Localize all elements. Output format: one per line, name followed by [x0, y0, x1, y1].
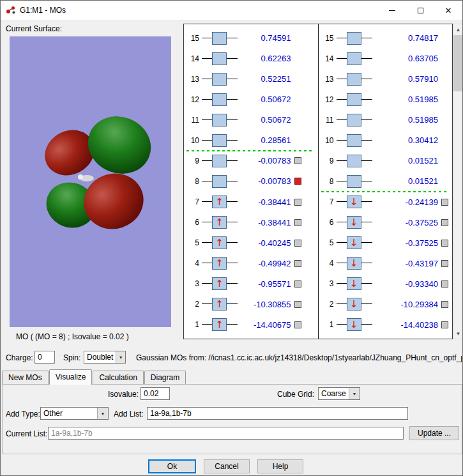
mo-level-box[interactable] — [347, 114, 361, 127]
chevron-down-icon[interactable]: ▼ — [116, 351, 125, 363]
mo-energy-value: -14.40238 — [372, 320, 439, 330]
mo-level-box[interactable] — [212, 93, 227, 106]
tab-visualize[interactable]: Visualize — [49, 369, 93, 385]
scroll-up-icon[interactable]: ▲ — [453, 24, 463, 35]
mo-level-box[interactable]: ↑ — [212, 216, 227, 229]
tab-new-mos[interactable]: New MOs — [2, 371, 49, 384]
mo-level-box[interactable] — [347, 73, 361, 86]
mo-select-checkbox[interactable] — [294, 219, 301, 226]
mo-level: ↓ — [337, 257, 372, 270]
mo-level-box[interactable] — [347, 175, 361, 188]
mo-level-box[interactable] — [347, 93, 361, 106]
spin-select[interactable]: Doublet ▼ — [84, 351, 126, 364]
mo-level-box[interactable] — [212, 114, 227, 127]
cancel-button[interactable]: Cancel — [204, 459, 250, 473]
mo-level-box[interactable] — [212, 32, 227, 45]
mo-level-box[interactable]: ↓ — [347, 236, 361, 249]
mo-checkbox-slot — [294, 280, 303, 288]
mo-level-box[interactable]: ↑ — [212, 236, 227, 249]
mo-level-box[interactable] — [347, 52, 361, 65]
mo-level — [202, 114, 238, 127]
mo-select-checkbox[interactable] — [294, 260, 301, 267]
mo-level-box[interactable] — [347, 134, 361, 147]
mo-level-box[interactable]: ↓ — [347, 318, 361, 331]
mo-energy-value: 0.62263 — [238, 54, 291, 63]
add-list-input[interactable] — [147, 407, 408, 420]
update-button[interactable]: Update ... — [409, 426, 459, 440]
mo-level — [202, 155, 238, 167]
surface-viewport[interactable] — [10, 36, 171, 327]
mo-level-box[interactable] — [212, 175, 227, 188]
mo-level-box[interactable]: ↓ — [347, 196, 361, 208]
help-button[interactable]: Help — [257, 459, 303, 473]
scroll-down-icon[interactable]: ▼ — [453, 328, 463, 339]
mo-level-box[interactable] — [212, 155, 227, 167]
mo-select-checkbox[interactable] — [294, 240, 301, 247]
mo-select-checkbox[interactable] — [294, 301, 301, 308]
mo-scrollbar[interactable]: ▲ ▼ — [453, 24, 463, 339]
mo-level-box[interactable] — [212, 52, 227, 65]
mo-level-box[interactable]: ↓ — [347, 298, 361, 311]
electron-up-arrow-icon: ↑ — [215, 259, 224, 268]
mo-row-beta-4: 4↓-0.43197 — [319, 254, 453, 273]
mo-level-box[interactable]: ↓ — [347, 277, 361, 290]
minimize-button[interactable] — [378, 1, 406, 20]
mo-select-checkbox[interactable] — [441, 199, 448, 206]
mo-level-box[interactable] — [347, 32, 361, 45]
tab-label: New MOs — [8, 373, 42, 382]
mo-energy-value: 0.50672 — [238, 95, 291, 104]
chevron-down-icon[interactable]: ▼ — [349, 388, 360, 399]
cube-grid-select[interactable]: Coarse ▼ — [318, 387, 360, 400]
mo-level-box[interactable]: ↑ — [212, 318, 227, 331]
mo-row-beta-1: 1↓-14.40238 — [319, 315, 453, 335]
mo-select-checkbox[interactable] — [441, 219, 448, 226]
mo-level: ↓ — [337, 216, 372, 229]
electron-up-arrow-icon: ↑ — [215, 197, 224, 207]
mo-select-checkbox[interactable] — [294, 321, 301, 328]
mo-select-checkbox[interactable] — [441, 301, 448, 308]
mo-level-box[interactable]: ↑ — [212, 196, 227, 208]
mo-level-box[interactable] — [347, 155, 361, 167]
add-type-select[interactable]: Other ▼ — [40, 407, 109, 420]
mo-row-alpha-8: 8-0.00783 — [184, 171, 318, 191]
mo-select-checkbox[interactable] — [441, 240, 448, 247]
mo-select-checkbox[interactable] — [441, 321, 448, 328]
mo-row-beta-13: 130.57910 — [319, 69, 453, 89]
mo-level-box[interactable]: ↓ — [347, 216, 361, 229]
electron-up-arrow-icon: ↑ — [215, 300, 224, 309]
isovalue-input[interactable] — [140, 387, 170, 400]
chevron-down-icon[interactable]: ▼ — [97, 408, 108, 419]
mo-select-checkbox[interactable] — [441, 280, 448, 288]
close-button[interactable]: ✕ — [434, 1, 462, 20]
mo-select-checkbox[interactable] — [294, 157, 301, 164]
ok-button[interactable]: Ok — [148, 459, 196, 473]
mo-checkbox-slot — [441, 301, 450, 308]
mo-select-checkbox[interactable] — [294, 178, 301, 185]
mo-level — [202, 134, 238, 147]
mo-number: 6 — [319, 218, 334, 227]
mo-select-checkbox[interactable] — [294, 280, 301, 288]
mo-level — [202, 73, 238, 86]
mo-level-box[interactable]: ↑ — [212, 298, 227, 311]
mo-checkbox-slot — [441, 321, 450, 328]
mo-checkbox-slot — [294, 178, 303, 185]
mo-select-checkbox[interactable] — [294, 199, 301, 206]
mo-number: 2 — [184, 300, 199, 309]
mo-level-box[interactable] — [212, 134, 227, 147]
mo-level-box[interactable]: ↑ — [212, 257, 227, 270]
mo-level-box[interactable]: ↑ — [212, 277, 227, 290]
mo-level — [337, 155, 372, 167]
charge-input[interactable] — [34, 351, 55, 364]
mo-row-alpha-9: 9-0.00783 — [184, 151, 318, 171]
maximize-button[interactable] — [406, 1, 434, 20]
mo-level-box[interactable] — [212, 73, 227, 86]
electron-down-arrow-icon: ↓ — [350, 238, 358, 248]
tab-diagram[interactable]: Diagram — [144, 371, 186, 384]
mo-energy-value: 0.74591 — [238, 33, 291, 43]
surface-caption: MO ( (MO = 8) ; Isovalue = 0.02 ) — [16, 332, 129, 341]
mo-level-box[interactable]: ↓ — [347, 257, 361, 270]
tab-calculation[interactable]: Calculation — [93, 371, 143, 384]
scrollbar-thumb[interactable] — [453, 35, 463, 91]
mo-select-checkbox[interactable] — [441, 260, 448, 267]
ok-button-label: Ok — [167, 462, 177, 471]
